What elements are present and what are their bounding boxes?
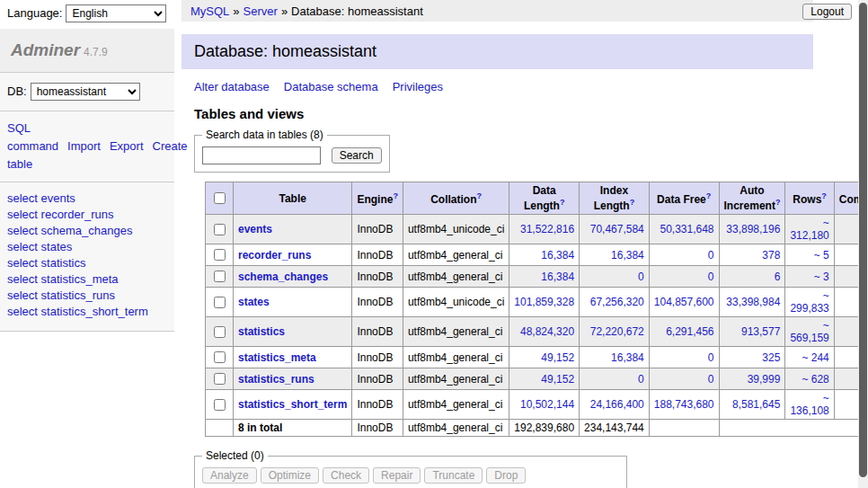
- rows-cell: ~ 5: [785, 244, 834, 266]
- data-free-cell: 50,331,648: [649, 215, 719, 244]
- page: Language:English MySQL»Server»Database: …: [0, 0, 868, 488]
- drop-button[interactable]: Drop: [486, 467, 526, 484]
- rows-cell: ~ 244: [785, 347, 834, 368]
- database-schema-link[interactable]: Database schema: [284, 80, 378, 93]
- data-free-cell: 188,743,680: [649, 390, 719, 420]
- row-checkbox[interactable]: [214, 297, 226, 308]
- data-length-cell: 16,384: [509, 266, 580, 288]
- search-fieldset: Search data in tables (8) Search: [194, 129, 390, 173]
- rows-help-link[interactable]: ?: [821, 191, 827, 200]
- breadcrumb-separator: »: [281, 4, 288, 18]
- auto-increment-cell: 6: [719, 266, 785, 288]
- table-name-cell: states: [234, 288, 352, 317]
- sidebar-item-select-statistics-short-term[interactable]: select statistics_short_term: [7, 304, 167, 320]
- language-row: Language:English: [7, 4, 178, 22]
- breadcrumb-link-mysql[interactable]: MySQL: [190, 4, 229, 18]
- alter-database-link[interactable]: Alter database: [194, 80, 270, 93]
- sidebar-link-export[interactable]: Export: [110, 139, 144, 153]
- auto-increment-cell: 39,999: [719, 368, 785, 390]
- engine-cell: InnoDB: [352, 347, 403, 368]
- sidebar-item-select-statistics[interactable]: select statistics: [7, 255, 167, 271]
- index-length-cell: 72,220,672: [580, 317, 650, 347]
- adminer-version: 4.7.9: [84, 46, 108, 58]
- table-link[interactable]: statistics_meta: [238, 351, 316, 364]
- language-select[interactable]: English: [66, 4, 166, 22]
- db-select[interactable]: homeassistant: [31, 83, 140, 101]
- row-checkbox[interactable]: [214, 249, 226, 261]
- vertical-scrollbar[interactable]: [858, 0, 868, 488]
- search-input[interactable]: [202, 146, 321, 164]
- sidebar-body: DB:homeassistant SQL commandImportExport…: [0, 73, 174, 332]
- total-spacer-cell: [719, 420, 868, 437]
- select-all-checkbox[interactable]: [214, 192, 226, 204]
- total-data-free-cell: [649, 420, 719, 437]
- collation-cell: utf8mb4_unicode_ci: [403, 215, 509, 244]
- table-link[interactable]: events: [238, 223, 272, 235]
- engine-cell: InnoDB: [352, 288, 403, 317]
- table-link[interactable]: statistics_runs: [238, 373, 314, 386]
- db-selector-row: DB:homeassistant: [0, 73, 174, 111]
- data-free-help-link[interactable]: ?: [706, 191, 712, 200]
- table-link[interactable]: recorder_runs: [238, 249, 311, 262]
- engine-help-link[interactable]: ?: [393, 191, 398, 200]
- collation-cell: utf8mb4_unicode_ci: [403, 288, 509, 317]
- sidebar-item-select-statistics-runs[interactable]: select statistics_runs: [7, 288, 167, 304]
- row-checkbox[interactable]: [214, 399, 226, 411]
- index-length-help-link[interactable]: ?: [630, 198, 635, 207]
- col-header-auto-increment-label: Auto Increment: [724, 184, 775, 212]
- table-name-cell: recorder_runs: [234, 244, 352, 266]
- table-link[interactable]: schema_changes: [238, 271, 328, 283]
- row-checkbox[interactable]: [214, 373, 226, 385]
- sidebar-item-select-statistics-meta[interactable]: select statistics_meta: [7, 271, 167, 288]
- adminer-title-block: Adminer4.7.9: [0, 29, 174, 73]
- table-row: states InnoDB utf8mb4_unicode_ci 101,859…: [206, 288, 868, 317]
- sidebar-link-import[interactable]: Import: [67, 139, 101, 153]
- collation-cell: utf8mb4_general_ci: [403, 368, 509, 390]
- table-link[interactable]: statistics_short_term: [238, 398, 347, 411]
- table-row: statistics InnoDB utf8mb4_general_ci 48,…: [206, 317, 868, 347]
- database-actions: Alter databaseDatabase schemaPrivileges: [194, 80, 801, 93]
- logout-button[interactable]: Logout: [802, 4, 852, 20]
- row-checkbox[interactable]: [214, 351, 226, 363]
- breadcrumb-link-server[interactable]: Server: [244, 4, 278, 18]
- data-free-cell: 104,857,600: [649, 288, 719, 317]
- privileges-link[interactable]: Privileges: [393, 80, 443, 93]
- col-header-table: Table: [234, 182, 352, 215]
- table-name-cell: schema_changes: [234, 266, 352, 288]
- col-header-collation: Collation?: [403, 182, 509, 215]
- scrollbar-thumb[interactable]: [859, 3, 867, 477]
- sidebar-table-list: select events select recorder_runs selec…: [0, 182, 174, 332]
- sidebar-item-select-schema-changes[interactable]: select schema_changes: [7, 223, 167, 239]
- index-length-cell: 70,467,584: [580, 215, 650, 244]
- table-name-cell: statistics_meta: [234, 347, 352, 368]
- row-checkbox[interactable]: [214, 326, 226, 338]
- language-label: Language:: [7, 6, 62, 20]
- col-header-auto-increment: Auto Increment?: [719, 182, 785, 215]
- rows-cell: ~ 299,833: [785, 288, 834, 317]
- row-checkbox[interactable]: [214, 224, 226, 235]
- sidebar-item-select-states[interactable]: select states: [7, 239, 167, 255]
- col-header-data-length: Data Length?: [509, 182, 580, 215]
- index-length-cell: 0: [580, 368, 650, 390]
- collation-help-link[interactable]: ?: [477, 191, 483, 200]
- search-button[interactable]: Search: [332, 147, 382, 164]
- sidebar-item-select-events[interactable]: select events: [7, 191, 167, 207]
- adminer-logo[interactable]: Adminer: [11, 40, 80, 59]
- truncate-button[interactable]: Truncate: [424, 467, 483, 484]
- row-checkbox[interactable]: [214, 271, 226, 282]
- analyze-button[interactable]: Analyze: [202, 467, 257, 484]
- sidebar-item-select-recorder-runs[interactable]: select recorder_runs: [7, 207, 167, 223]
- collation-cell: utf8mb4_general_ci: [403, 390, 509, 420]
- data-length-cell: 10,502,144: [509, 390, 580, 420]
- engine-cell: InnoDB: [352, 244, 403, 266]
- table-name-cell: statistics_short_term: [234, 390, 352, 420]
- auto-increment-help-link[interactable]: ?: [775, 198, 781, 207]
- repair-button[interactable]: Repair: [373, 467, 421, 484]
- sidebar: Adminer4.7.9 DB:homeassistant SQL comman…: [0, 29, 174, 332]
- table-link[interactable]: states: [238, 296, 270, 308]
- check-button[interactable]: Check: [323, 467, 369, 484]
- sidebar-link-sql-command[interactable]: SQL command: [7, 121, 58, 153]
- optimize-button[interactable]: Optimize: [261, 467, 319, 484]
- table-link[interactable]: statistics: [238, 325, 285, 338]
- data-length-help-link[interactable]: ?: [560, 198, 565, 207]
